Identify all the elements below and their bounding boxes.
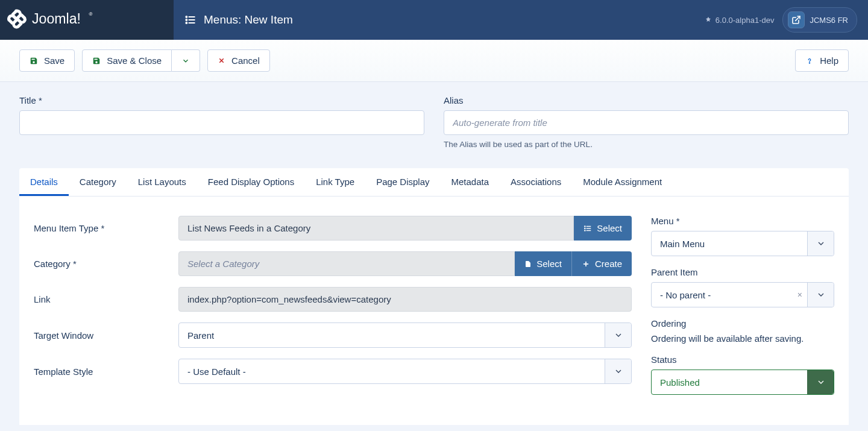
alias-field-wrap: Alias The Alias will be used as part of … <box>444 95 849 149</box>
group-parent: Parent Item - No parent - × <box>651 267 834 307</box>
titlebar: Menus: New Item 6.0.0-alpha1-dev JCMS6 F… <box>174 0 868 40</box>
chevron-down-icon <box>181 57 190 65</box>
save-icon <box>92 57 101 65</box>
save-icon <box>30 57 38 65</box>
site-chip[interactable]: JCMS6 FR <box>782 7 857 33</box>
svg-point-15 <box>585 225 585 226</box>
target-window-select[interactable]: Parent <box>178 322 632 348</box>
status-select[interactable]: Published <box>651 370 834 395</box>
tab-associations[interactable]: Associations <box>500 168 572 196</box>
label-category: Category * <box>34 259 178 269</box>
row-menu-item-type: Menu Item Type * List News Feeds in a Ca… <box>34 216 632 241</box>
form-left: Menu Item Type * List News Feeds in a Ca… <box>34 216 632 406</box>
category-display: Select a Category <box>178 251 515 276</box>
tab-row: Details Category List Layouts Feed Displ… <box>19 168 849 197</box>
menu-item-type-display: List News Feeds in a Category <box>178 216 574 241</box>
svg-point-5 <box>186 16 187 17</box>
topbar: Joomla! ® Menus: New Item 6.0.0-alpha1-d… <box>0 0 868 40</box>
label-menu: Menu * <box>651 216 834 226</box>
list-icon <box>184 14 197 26</box>
svg-point-11 <box>810 62 810 63</box>
tab-page-display[interactable]: Page Display <box>365 168 440 196</box>
menu-select[interactable]: Main Menu <box>651 231 834 256</box>
site-chip-label: JCMS6 FR <box>810 16 848 25</box>
alias-label: Alias <box>444 95 849 105</box>
question-icon <box>805 57 814 65</box>
list-icon <box>583 224 592 233</box>
label-status: Status <box>651 354 834 365</box>
joomla-logo-icon: Joomla! ® <box>7 7 125 33</box>
version-label: 6.0.0-alpha1-dev <box>715 16 775 25</box>
tab-panel: Details Category List Layouts Feed Displ… <box>19 168 849 425</box>
row-target-window: Target Window Parent <box>34 322 632 348</box>
label-template-style: Template Style <box>34 367 178 377</box>
label-target-window: Target Window <box>34 330 178 341</box>
help-button[interactable]: Help <box>795 49 849 72</box>
chevron-down-icon <box>605 359 631 383</box>
cancel-button[interactable]: Cancel <box>207 49 270 72</box>
external-link-icon <box>788 11 805 28</box>
group-menu: Menu * Main Menu <box>651 216 834 256</box>
title-label: Title * <box>19 95 424 105</box>
plus-icon <box>582 260 590 268</box>
page-title: Menus: New Item <box>204 13 293 27</box>
save-button[interactable]: Save <box>19 49 75 72</box>
top-fields: Title * Alias The Alias will be used as … <box>0 82 868 168</box>
file-icon <box>524 260 532 268</box>
status-value: Published <box>652 377 807 388</box>
menu-value: Main Menu <box>652 239 807 249</box>
label-link: Link <box>34 294 178 304</box>
chevron-down-icon <box>807 283 834 307</box>
parent-value: - No parent - <box>652 290 797 300</box>
select-label: Select <box>597 223 622 233</box>
cancel-label: Cancel <box>231 56 260 65</box>
form-right: Menu * Main Menu Parent Item - No parent… <box>651 216 834 406</box>
save-close-group: Save & Close <box>82 49 200 72</box>
group-ordering: Ordering Ordering will be available afte… <box>651 318 834 344</box>
template-style-select[interactable]: - Use Default - <box>178 359 632 384</box>
version-text: 6.0.0-alpha1-dev <box>705 16 775 25</box>
svg-text:®: ® <box>89 11 92 17</box>
ordering-note: Ordering will be available after saving. <box>651 333 834 344</box>
brand-logo-area: Joomla! ® <box>0 0 174 40</box>
tab-module-assignment[interactable]: Module Assignment <box>572 168 673 196</box>
save-label: Save <box>44 56 64 65</box>
svg-text:Joomla!: Joomla! <box>32 11 81 27</box>
create-label: Create <box>595 259 622 269</box>
tab-feed-display-options[interactable]: Feed Display Options <box>197 168 305 196</box>
tab-list-layouts[interactable]: List Layouts <box>127 168 197 196</box>
clear-icon[interactable]: × <box>797 290 807 300</box>
svg-point-17 <box>585 230 585 230</box>
tab-category[interactable]: Category <box>69 168 127 196</box>
link-display: index.php?option=com_newsfeeds&view=cate… <box>178 287 632 312</box>
tab-metadata[interactable]: Metadata <box>441 168 500 196</box>
svg-line-8 <box>796 16 800 20</box>
form-area: Menu Item Type * List News Feeds in a Ca… <box>19 197 849 425</box>
title-input[interactable] <box>19 110 424 135</box>
title-field-wrap: Title * <box>19 95 424 149</box>
toolbar: Save Save & Close Cancel Help <box>0 40 868 82</box>
label-ordering: Ordering <box>651 318 834 329</box>
chevron-down-icon <box>807 231 834 256</box>
category-select-button[interactable]: Select <box>515 251 571 276</box>
row-template-style: Template Style - Use Default - <box>34 359 632 384</box>
alias-hint: The Alias will be used as part of the UR… <box>444 140 849 149</box>
template-style-value: - Use Default - <box>179 367 605 377</box>
group-status: Status Published <box>651 354 834 395</box>
save-dropdown-toggle[interactable] <box>172 49 200 72</box>
tab-link-type[interactable]: Link Type <box>305 168 365 196</box>
alias-input[interactable] <box>444 110 849 135</box>
svg-point-6 <box>186 19 187 20</box>
close-icon <box>218 57 225 64</box>
chevron-down-icon <box>807 370 834 394</box>
select-label: Select <box>536 259 562 269</box>
menu-item-type-select-button[interactable]: Select <box>574 216 632 241</box>
help-label: Help <box>820 56 838 65</box>
save-close-button[interactable]: Save & Close <box>82 49 172 72</box>
parent-select[interactable]: - No parent - × <box>651 282 834 307</box>
tab-details[interactable]: Details <box>19 168 69 196</box>
label-parent: Parent Item <box>651 267 834 277</box>
svg-point-16 <box>585 228 585 228</box>
label-menu-item-type: Menu Item Type * <box>34 223 178 233</box>
category-create-button[interactable]: Create <box>571 251 632 276</box>
